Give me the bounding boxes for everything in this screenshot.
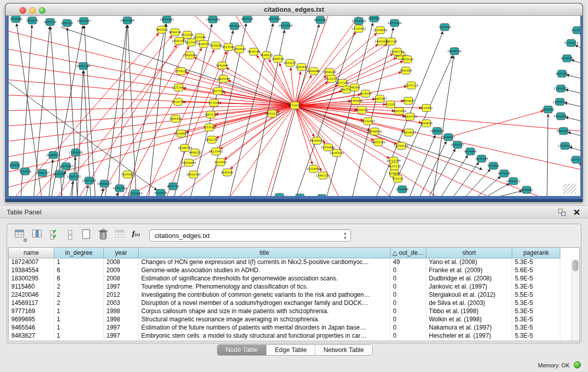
table-row[interactable]: 977716911998Corpus callosum shape and si… [9, 308, 571, 316]
graph-node-label: 10688609 [367, 130, 382, 133]
table-cell: 2 [54, 291, 104, 299]
graph-node-label: 8454749 [248, 50, 260, 53]
graph-node-label: 10958107 [97, 182, 112, 185]
graph-node-label: 18807249 [371, 141, 385, 144]
graph-edge [501, 191, 522, 196]
table-cell: Estimation of significance thresholds fo… [139, 275, 390, 283]
graph-edge [118, 25, 127, 196]
graph-node-label: 6379197 [451, 143, 464, 146]
show-columns-icon[interactable] [32, 229, 44, 242]
table-cell: 5.3E-5 [512, 316, 560, 324]
clear-selection-icon[interactable] [66, 229, 78, 242]
table-row[interactable]: 2242004622012Investigating the contribut… [9, 291, 571, 299]
new-table-icon[interactable] [81, 229, 93, 242]
graph-node-label: 952214 [393, 177, 403, 180]
table-cell: 2 [54, 283, 104, 291]
network-canvas[interactable]: 2160984196087140557141065328106532872069… [9, 16, 580, 196]
float-panel-icon[interactable] [558, 209, 565, 216]
select-rows-icon[interactable]: ✔ ✔ [49, 229, 61, 242]
column-header-in_degree[interactable]: in_degree [54, 248, 104, 258]
table-cell: 2009 [104, 267, 139, 275]
tab-network-table[interactable]: Network Table [315, 345, 372, 355]
graph-node-label: 6990448 [308, 70, 320, 73]
table-row[interactable]: 946554611997Estimation of the future num… [9, 324, 571, 332]
graph-edge [570, 147, 580, 150]
table-cell: 0 [390, 267, 426, 275]
table-cell: 9699695 [9, 316, 54, 324]
close-panel-icon[interactable]: ✕ [573, 207, 580, 218]
graph-node-label: 9146821 [260, 54, 273, 57]
graph-node-label: 12314565 [272, 195, 287, 196]
graph-node-label: 12482213 [316, 174, 330, 177]
column-header-short[interactable]: short [426, 248, 512, 258]
graph-edge [565, 90, 580, 93]
table-row[interactable]: 946362711997Embryonic stem cells: a mode… [9, 332, 571, 340]
table-cell: Tibbo et al. (1998) [426, 308, 512, 316]
function-builder-icon[interactable]: f(x) [132, 229, 144, 242]
scrollbar-thumb[interactable] [573, 260, 578, 271]
table-cell: 5.6E-5 [512, 267, 560, 275]
graph-node-label: 8427552 [212, 90, 225, 93]
column-header-year[interactable]: year [104, 248, 139, 258]
graph-node-label: 62160 [386, 103, 395, 106]
table-cell: 18300295 [9, 275, 54, 283]
graph-node-label: 20691406 [120, 19, 135, 22]
graph-node-label: 19756928 [394, 144, 408, 147]
graph-node-label: 7632621 [487, 164, 500, 167]
graph-node-label: 1362615 [295, 65, 308, 69]
tab-node-table[interactable]: Node Table [217, 345, 267, 355]
table-row[interactable]: 1456911722003Disruption of a novel membe… [9, 299, 571, 308]
table-cell: 0 [390, 316, 426, 324]
graph-node-label: 9463627 [402, 99, 415, 102]
graph-node-label: 7857224 [228, 25, 241, 28]
table-row[interactable]: 1872400712008Changes of HCN gene express… [9, 258, 571, 267]
table-row[interactable]: 911546021997Tourette syndrome. Phenomeno… [9, 283, 571, 291]
table-row[interactable]: 1938455462009Genome-wide association stu… [9, 267, 571, 275]
graph-node-label: 1167535 [570, 158, 580, 161]
graph-node-label: 13325419 [352, 27, 366, 30]
table-cell: Jankovic et al. (1997) [426, 283, 512, 291]
graph-node-label: 29300215 [265, 112, 279, 115]
graph-edge [572, 60, 580, 63]
table-vertical-scrollbar[interactable] [572, 259, 579, 340]
delete-table-icon[interactable] [97, 229, 110, 242]
table-cell: 9777169 [9, 308, 54, 316]
memory-status-indicator[interactable] [574, 361, 581, 368]
graph-node-label: 5267130 [205, 113, 217, 116]
column-header-out_de[interactable]: △ out_de… [390, 248, 426, 258]
graph-node-label: 8322037 [284, 61, 297, 64]
graph-node-label: 16053809 [206, 18, 220, 21]
column-header-pagerank[interactable]: pagerank [512, 248, 560, 258]
graph-node-label: 16125402 [209, 150, 223, 153]
table-row[interactable]: 969969511998Structural magnetic resonanc… [9, 316, 571, 324]
table-cell: 6 [54, 275, 104, 283]
table-cell: Nakamura et al. (1997) [426, 324, 512, 332]
graph-node-label: 746266 [350, 86, 360, 89]
graph-node-label: 12213963 [171, 86, 186, 89]
graph-node-label: 16120746 [386, 159, 401, 162]
graph-edge [448, 111, 543, 137]
graph-node-label: 12975115 [404, 84, 419, 87]
table-cell: 1 [54, 332, 104, 340]
column-header-title[interactable]: title [139, 248, 390, 258]
graph-node-label: 19384554 [310, 139, 324, 142]
table-panel-header: Table Panel ✕ [0, 205, 588, 218]
table-cell: 5.9E-5 [512, 275, 560, 283]
graph-edge [86, 185, 88, 196]
resize-grip[interactable] [563, 184, 576, 194]
table-settings-icon[interactable]: ⚙ [14, 229, 27, 242]
table-panel-title: Table Panel [7, 208, 41, 216]
tab-edge-table[interactable]: Edge Table [267, 345, 315, 355]
table-cell: 5.5E-5 [512, 291, 560, 299]
table-cell: 0 [390, 275, 426, 283]
table-cell: Investigating the contribution of common… [139, 291, 390, 299]
graph-edge [61, 27, 482, 169]
table-selector-dropdown[interactable]: citations_edges.txt ▲▼ [149, 229, 351, 242]
table-row[interactable]: 1830029562008Estimation of significance … [9, 275, 571, 283]
column-header-name[interactable]: name [9, 248, 54, 258]
table-cell: 5.3E-5 [512, 283, 560, 291]
window-titlebar[interactable]: citations_edges.txt [6, 4, 582, 16]
graph-node-label: 1810755 [172, 100, 185, 103]
graph-node[interactable] [318, 194, 326, 196]
graph-node-label: 5938923 [442, 136, 455, 139]
